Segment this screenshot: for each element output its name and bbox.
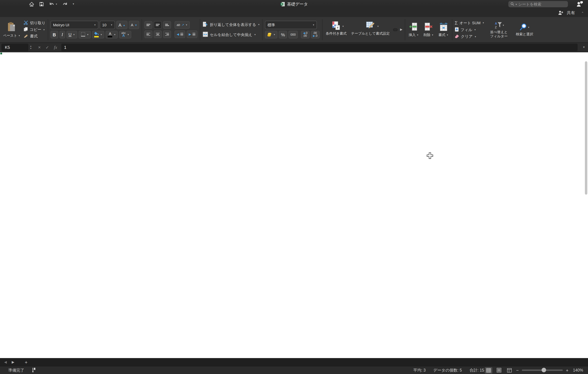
text-orientation-button[interactable]: ab↗▼ (175, 21, 189, 29)
name-box-stepper[interactable]: ▲▼ (30, 45, 32, 50)
page-layout-view-button[interactable] (495, 367, 503, 374)
svg-text:X: X (281, 3, 282, 5)
people-presence-icon[interactable] (576, 1, 583, 8)
decrease-decimal-button[interactable]: .00▶.0 (311, 31, 320, 38)
borders-button[interactable]: ▼ (78, 31, 91, 38)
format-cells-icon (439, 22, 448, 32)
normal-view-button[interactable] (485, 367, 493, 374)
font-color-button[interactable]: A▼ (106, 31, 118, 38)
insert-function-icon[interactable]: fx (54, 44, 57, 50)
status-average[interactable]: 平均: 3 (413, 368, 426, 373)
clear-button[interactable]: クリア▼ (455, 34, 484, 39)
percent-format-button[interactable]: % (279, 31, 287, 38)
minimize-window-button[interactable] (10, 2, 15, 6)
scissors-icon (23, 21, 28, 26)
decrease-indent-button[interactable]: ◀ (175, 31, 185, 38)
next-sheet-icon[interactable]: ▶ (12, 360, 14, 364)
insert-cells-button[interactable]: 挿入▼ (408, 22, 420, 37)
zoom-slider[interactable] (522, 370, 563, 371)
align-bottom-button[interactable] (163, 21, 171, 29)
svg-text:A: A (495, 22, 497, 25)
name-box[interactable]: K5 (1, 43, 28, 51)
save-icon[interactable] (39, 2, 44, 7)
borders-icon (81, 32, 85, 37)
conditional-formatting-icon: ≠ (332, 21, 341, 31)
search-scope-caret-icon[interactable]: ▾ (516, 3, 517, 5)
cancel-entry-icon[interactable]: × (38, 45, 41, 50)
undo-caret-icon: ▼ (55, 3, 57, 5)
prev-sheet-icon[interactable]: ◀ (4, 360, 7, 364)
increase-decimal-button[interactable]: ◀.0.00 (301, 31, 310, 38)
merge-center-button[interactable]: セルを結合して中央揃え▼ (203, 31, 260, 39)
zoom-level[interactable]: 140% (573, 368, 583, 372)
share-person-icon (558, 10, 564, 16)
align-center-button[interactable] (154, 31, 162, 38)
ready-status: 準備完了 (8, 368, 24, 373)
wrap-text-icon (203, 21, 208, 28)
share-button[interactable]: 共有 (567, 10, 575, 16)
zoom-slider-thumb[interactable] (541, 368, 546, 372)
formula-input[interactable]: 1 (61, 43, 578, 51)
increase-font-button[interactable]: A▲ (116, 21, 127, 29)
bold-button[interactable]: B (51, 31, 58, 38)
increase-indent-button[interactable]: ▶ (187, 31, 197, 38)
wrap-text-button[interactable]: 折り返して全体を表示する▼ (203, 21, 260, 29)
find-select-button[interactable]: ▼ 検索と選択 (513, 23, 536, 37)
decrease-font-button[interactable]: A▼ (129, 21, 139, 29)
format-painter-button[interactable]: 書式 (23, 34, 45, 39)
align-left-button[interactable] (144, 31, 152, 38)
redo-button[interactable] (62, 2, 68, 7)
zoom-in-button[interactable]: + (566, 368, 568, 373)
font-name-select[interactable]: Meiryo UI▼ (51, 21, 98, 29)
excel-file-icon: X (280, 2, 285, 7)
zoom-window-button[interactable] (17, 2, 21, 6)
undo-button[interactable]: ▼ (49, 2, 57, 7)
formula-bar-collapse-icon[interactable]: ▼ (582, 46, 585, 49)
close-window-button[interactable] (3, 2, 8, 6)
autosum-button[interactable]: Σオート SUM▼ (455, 20, 484, 26)
delete-cells-button[interactable]: 削除▼ (422, 22, 435, 37)
italic-button[interactable]: I (59, 31, 65, 38)
font-size-select[interactable]: 10▼ (100, 21, 115, 29)
paste-icon (7, 22, 16, 33)
align-middle-button[interactable] (154, 21, 162, 29)
conditional-formatting-button[interactable]: ≠ 条件付き書式▼ (325, 21, 347, 39)
format-cells-button[interactable]: 書式▼ (437, 22, 450, 37)
cut-button[interactable]: 切り取り (23, 21, 45, 26)
home-icon[interactable] (29, 1, 34, 7)
sort-filter-button[interactable]: AZ▼ 並べ替えとフィルター (488, 21, 510, 38)
phonetic-guide-button[interactable]: abcA▼ (119, 31, 131, 38)
search-input[interactable]: ▾ シートを検索 (508, 1, 568, 7)
fill-button[interactable]: フィル▼ (455, 27, 484, 32)
status-count[interactable]: データの個数: 5 (433, 368, 462, 373)
comma-format-button[interactable]: 000 (288, 31, 298, 38)
format-as-table-icon (366, 21, 375, 31)
status-bar: 準備完了 平均: 3 データの個数: 5 合計: 15 − + 140% (0, 366, 588, 374)
status-sum[interactable]: 合計: 15 (470, 368, 484, 373)
svg-text:Z: Z (495, 26, 497, 29)
zoom-out-button[interactable]: − (516, 368, 519, 373)
title-bar: ▼ ▾ X 基礎データ ▾ シートを検索 (0, 0, 588, 8)
selection-outline (0, 52, 1, 54)
formula-bar: K5 ▲▼ × ✓ fx 1 ▼ (0, 42, 588, 52)
fill-color-button[interactable]: ▼ (92, 31, 105, 38)
spreadsheet-grid[interactable] (0, 52, 588, 358)
copy-button[interactable]: コピー▼ (23, 27, 45, 32)
align-right-button[interactable] (163, 31, 171, 38)
vertical-scrollbar[interactable] (585, 61, 587, 195)
align-top-button[interactable] (144, 21, 152, 29)
collapse-ribbon-icon[interactable]: ⌃ (581, 11, 584, 15)
macro-record-icon[interactable] (32, 367, 36, 373)
confirm-entry-icon[interactable]: ✓ (45, 45, 49, 50)
number-format-select[interactable]: 標準▼ (265, 21, 317, 29)
underline-button[interactable]: U▼ (66, 31, 77, 38)
currency-format-button[interactable]: ▼ (265, 31, 278, 38)
fill-handle[interactable] (0, 52, 2, 55)
quick-access-overflow-icon[interactable]: ▾ (73, 3, 74, 6)
gallery-more-icon[interactable]: ▶ (400, 28, 403, 31)
add-sheet-button[interactable]: + (19, 358, 33, 366)
page-break-view-button[interactable] (505, 367, 513, 374)
format-as-table-button[interactable]: テーブルとして書式設定▼ (350, 21, 391, 39)
paste-button[interactable]: ペースト▼ (2, 21, 21, 38)
sheet-tab-bar: ◀ ▶ + (0, 358, 588, 366)
